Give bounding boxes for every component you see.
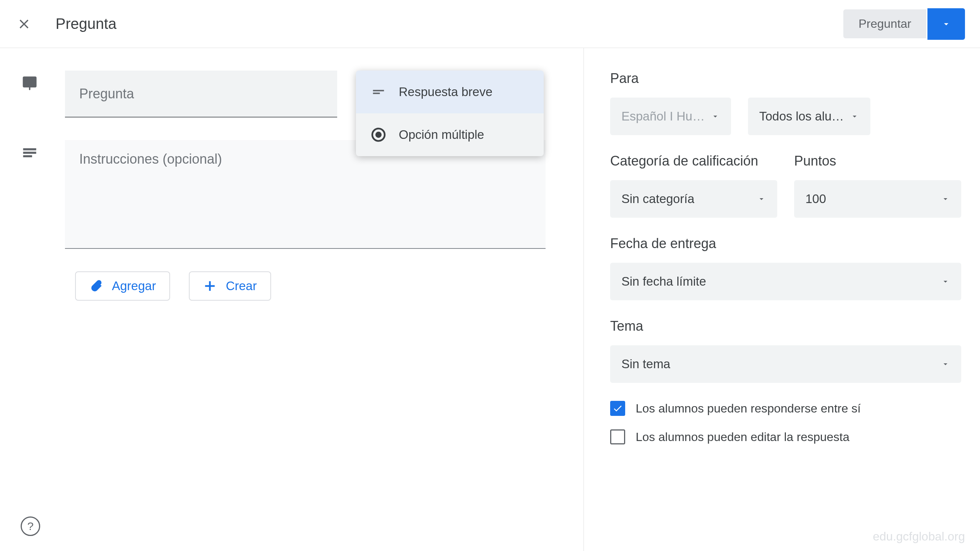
caret-down-icon [941,360,950,368]
caret-down-icon [711,112,720,121]
class-selector-value: Español I Hu… [621,109,705,124]
points-value: 100 [805,192,826,206]
radio-icon [370,127,387,143]
checkbox-checked-icon [610,401,625,416]
ask-dropdown-button[interactable] [928,8,965,40]
caret-down-icon [850,112,859,121]
grade-category-selector[interactable]: Sin categoría [610,180,777,218]
students-selector[interactable]: Todos los alu… [748,98,870,135]
caret-down-icon [757,194,766,203]
students-reply-option[interactable]: Los alumnos pueden responderse entre sí [610,401,961,416]
attachment-icon [89,279,103,293]
dropdown-item-label: Respuesta breve [399,85,492,99]
students-edit-option[interactable]: Los alumnos pueden editar la respuesta [610,429,961,445]
topic-label: Tema [610,318,961,334]
close-button[interactable] [15,15,33,33]
topic-selector[interactable]: Sin tema [610,345,961,383]
grade-category-label: Categoría de calificación [610,153,777,169]
help-icon: ? [27,520,34,533]
header: Pregunta Preguntar [0,0,980,48]
students-edit-label: Los alumnos pueden editar la respuesta [636,430,850,444]
help-button[interactable]: ? [21,516,40,536]
settings-sidebar: Para Español I Hu… Todos los alu… Catego… [584,48,980,551]
due-date-value: Sin fecha límite [621,275,706,289]
caret-down-icon [941,277,950,286]
students-reply-label: Los alumnos pueden responderse entre sí [636,402,861,416]
instructions-input[interactable] [65,140,546,249]
question-icon [21,71,39,92]
for-label: Para [610,71,961,86]
add-button-label: Agregar [112,279,156,293]
plus-icon [203,279,216,293]
page-title: Pregunta [56,15,843,32]
due-date-selector[interactable]: Sin fecha límite [610,263,961,300]
svg-point-3 [375,132,382,138]
add-attachment-button[interactable]: Agregar [75,272,170,301]
question-type-multiple-choice[interactable]: Opción múltiple [356,113,544,156]
caret-down-icon [941,194,950,203]
create-button-label: Crear [226,279,257,293]
grade-category-value: Sin categoría [621,192,694,206]
create-button[interactable]: Crear [189,272,271,301]
question-type-dropdown: Respuesta breve Opción múltiple [356,71,544,156]
watermark: edu.gcfglobal.org [873,530,965,543]
points-label: Puntos [794,153,961,169]
caret-down-icon [941,19,951,29]
question-input[interactable] [65,71,337,118]
close-icon [16,16,32,32]
question-type-short-answer[interactable]: Respuesta breve [356,71,544,113]
class-selector[interactable]: Español I Hu… [610,98,731,135]
students-selector-value: Todos los alu… [759,109,844,124]
topic-value: Sin tema [621,357,670,371]
short-answer-icon [370,84,387,100]
question-form: Respuesta breve Opción múltiple [0,48,584,551]
points-selector[interactable]: 100 [794,180,961,218]
checkbox-unchecked-icon [610,429,625,445]
dropdown-item-label: Opción múltiple [399,128,484,142]
instructions-icon [21,140,39,161]
ask-button[interactable]: Preguntar [843,10,926,38]
due-date-label: Fecha de entrega [610,236,961,251]
